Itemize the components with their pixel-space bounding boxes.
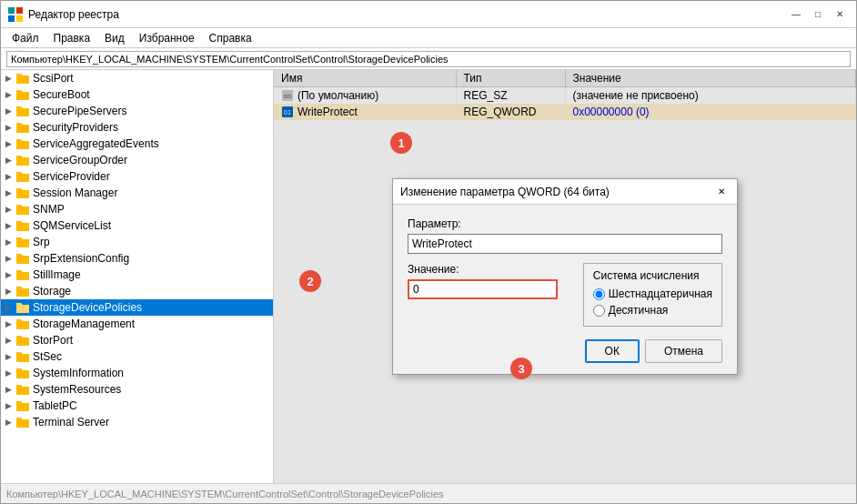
param-label: Параметр: bbox=[408, 217, 722, 230]
tree-label: ScsiPort bbox=[33, 72, 74, 85]
tree-label: Session Manager bbox=[33, 186, 117, 199]
tree-item-securityproviders[interactable]: ▶ SecurityProviders bbox=[1, 119, 273, 136]
toggle-icon: ▶ bbox=[1, 300, 15, 315]
tree-label: Storage bbox=[33, 285, 71, 297]
dialog-value-row: Значение: Система исчисления Шестнадцате… bbox=[408, 263, 722, 327]
svg-rect-1 bbox=[16, 7, 23, 14]
tree-item-secureboot[interactable]: ▶ SecureBoot bbox=[1, 86, 273, 103]
radio-hex-label: Шестнадцатеричная bbox=[609, 287, 712, 300]
menu-edit[interactable]: Правка bbox=[46, 30, 98, 46]
close-button[interactable]: ✕ bbox=[831, 5, 849, 24]
tree-item-securepipeservers[interactable]: ▶ SecurePipeServers bbox=[1, 103, 273, 119]
tree-item-storagedevicepolicies[interactable]: ▶ StorageDevicePolicies bbox=[1, 299, 273, 316]
tree-item-serviceaggregatedevents[interactable]: ▶ ServiceAggregatedEvents bbox=[1, 136, 273, 152]
toggle-icon: ▶ bbox=[1, 333, 15, 348]
tree-label: ServiceAggregatedEvents bbox=[33, 137, 159, 150]
tree-label: StorageManagement bbox=[33, 318, 135, 330]
tree-label: SecurePipeServers bbox=[33, 105, 126, 117]
toggle-icon: ▶ bbox=[1, 153, 15, 167]
tree-label: SecurityProviders bbox=[33, 121, 118, 134]
tree-label: SystemResources bbox=[33, 383, 121, 396]
maximize-button[interactable]: □ bbox=[809, 5, 827, 24]
tree-item-servicegrouporder[interactable]: ▶ ServiceGroupOrder bbox=[1, 152, 273, 168]
toggle-icon: ▶ bbox=[1, 267, 15, 282]
toggle-icon: ▶ bbox=[1, 382, 15, 397]
tree-item-stillimage[interactable]: ▶ StillImage bbox=[1, 267, 273, 283]
tree-item-serviceprovider[interactable]: ▶ ServiceProvider bbox=[1, 168, 273, 185]
tree-label: StillImage bbox=[33, 268, 81, 281]
param-input[interactable] bbox=[408, 234, 722, 254]
svg-rect-0 bbox=[8, 7, 15, 14]
tree-label: ServiceProvider bbox=[33, 170, 110, 183]
radio-group-title: Система исчисления bbox=[593, 269, 712, 282]
radio-group-number-system: Система исчисления Шестнадцатеричная Дес… bbox=[583, 263, 722, 327]
toggle-icon: ▶ bbox=[1, 169, 15, 184]
tree-item-srp[interactable]: ▶ Srp bbox=[1, 234, 273, 250]
dialog-title: Изменение параметра QWORD (64 бита) bbox=[400, 186, 713, 198]
status-bar: Компьютер\HKEY_LOCAL_MACHINE\SYSTEM\Curr… bbox=[1, 483, 856, 503]
menu-view[interactable]: Вид bbox=[97, 30, 132, 46]
toggle-icon: ▶ bbox=[1, 317, 15, 331]
tree-label: SrpExtensionConfig bbox=[33, 252, 129, 265]
badge-1: 1 bbox=[390, 132, 412, 154]
dialog-close-button[interactable]: ✕ bbox=[713, 184, 730, 200]
tree-item-tabletpc[interactable]: ▶ TabletPC bbox=[1, 398, 273, 414]
main-window: Редактор реестра — □ ✕ Файл Правка Вид И… bbox=[0, 0, 857, 504]
tree-item-terminal-server[interactable]: ▶ Terminal Server bbox=[1, 414, 273, 430]
badge-3: 3 bbox=[510, 358, 532, 379]
menu-bar: Файл Правка Вид Избранное Справка bbox=[1, 28, 856, 48]
radio-hex[interactable]: Шестнадцатеричная bbox=[593, 287, 712, 300]
dialog-overlay: Изменение параметра QWORD (64 бита) ✕ Па… bbox=[274, 70, 856, 483]
toggle-icon: ▶ bbox=[1, 366, 15, 380]
menu-help[interactable]: Справка bbox=[202, 30, 259, 46]
window-title: Редактор реестра bbox=[28, 8, 787, 21]
tree-item-systemresources[interactable]: ▶ SystemResources bbox=[1, 381, 273, 398]
tree-label: ServiceGroupOrder bbox=[33, 154, 127, 166]
tree-item-systeminformation[interactable]: ▶ SystemInformation bbox=[1, 365, 273, 381]
address-path[interactable]: Компьютер\HKEY_LOCAL_MACHINE\SYSTEM\Curr… bbox=[6, 51, 851, 67]
tree-item-scsiport[interactable]: ▶ ScsiPort bbox=[1, 70, 273, 86]
tree-item-storage[interactable]: ▶ Storage bbox=[1, 283, 273, 299]
tree-label: StorageDevicePolicies bbox=[33, 301, 142, 314]
toggle-icon: ▶ bbox=[1, 202, 15, 217]
radio-decimal[interactable]: Десятичная bbox=[593, 304, 712, 317]
toggle-icon: ▶ bbox=[1, 71, 15, 86]
status-text: Компьютер\HKEY_LOCAL_MACHINE\SYSTEM\Curr… bbox=[6, 489, 444, 499]
tree-panel[interactable]: ▶ ScsiPort ▶ SecureBoot ▶ SecurePipeServ… bbox=[1, 70, 274, 483]
toggle-icon: ▶ bbox=[1, 120, 15, 135]
ok-button[interactable]: ОК bbox=[585, 339, 640, 363]
badge-2: 2 bbox=[299, 270, 321, 292]
toggle-icon: ▶ bbox=[1, 349, 15, 364]
toggle-icon: ▶ bbox=[1, 104, 15, 118]
tree-item-storagemanagement[interactable]: ▶ StorageManagement bbox=[1, 316, 273, 332]
value-input-wrap: Значение: bbox=[408, 263, 558, 299]
toggle-icon: ▶ bbox=[1, 235, 15, 249]
value-input[interactable] bbox=[408, 279, 558, 299]
tree-item-stsec[interactable]: ▶ StSec bbox=[1, 348, 273, 365]
tree-item-srpextensionconfig[interactable]: ▶ SrpExtensionConfig bbox=[1, 250, 273, 267]
app-icon bbox=[8, 7, 23, 22]
toggle-icon: ▶ bbox=[1, 398, 15, 413]
value-label: Значение: bbox=[408, 263, 558, 276]
menu-file[interactable]: Файл bbox=[5, 30, 46, 46]
tree-label: Srp bbox=[33, 236, 50, 248]
toggle-icon: ▶ bbox=[1, 251, 15, 266]
cancel-button[interactable]: Отмена bbox=[645, 339, 722, 363]
tree-label: Terminal Server bbox=[33, 416, 109, 428]
title-bar: Редактор реестра — □ ✕ bbox=[1, 1, 856, 28]
tree-item-sqmservicelist[interactable]: ▶ SQMServiceList bbox=[1, 217, 273, 234]
menu-favorites[interactable]: Избранное bbox=[132, 30, 202, 46]
toggle-icon: ▶ bbox=[1, 87, 15, 102]
address-bar: Компьютер\HKEY_LOCAL_MACHINE\SYSTEM\Curr… bbox=[1, 48, 856, 70]
tree-label: StSec bbox=[33, 350, 62, 363]
tree-item-snmp[interactable]: ▶ SNMP bbox=[1, 201, 273, 217]
minimize-button[interactable]: — bbox=[787, 5, 805, 24]
right-panel: Имя Тип Значение ab (По умолчанию) R bbox=[274, 70, 856, 483]
tree-item-session-manager[interactable]: ▶ Session Manager bbox=[1, 185, 273, 201]
toggle-icon: ▶ bbox=[1, 284, 15, 298]
tree-item-storport[interactable]: ▶ StorPort bbox=[1, 332, 273, 348]
svg-rect-2 bbox=[8, 15, 15, 22]
toggle-icon: ▶ bbox=[1, 136, 15, 151]
dialog-body: Параметр: Значение: Система исчисления bbox=[393, 205, 737, 374]
tree-label: SystemInformation bbox=[33, 367, 124, 379]
